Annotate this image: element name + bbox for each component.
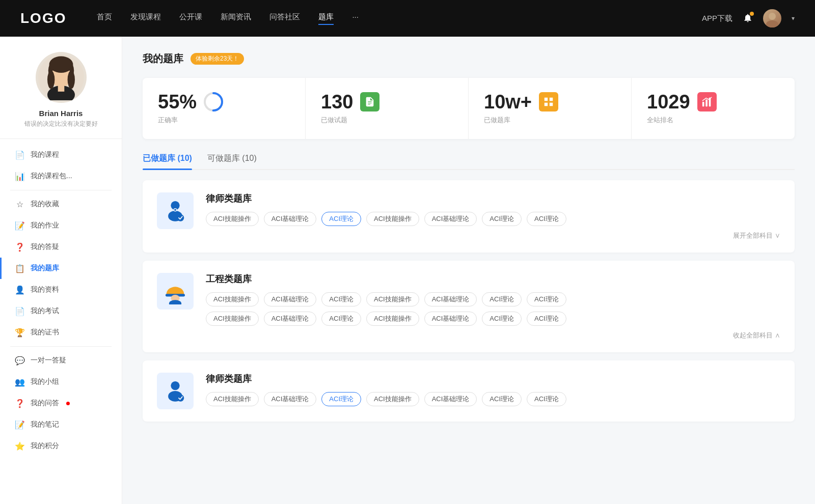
tag-item-active[interactable]: ACI理论 (321, 392, 361, 406)
tag-item[interactable]: ACI基础理论 (264, 292, 317, 306)
trial-badge: 体验剩余23天！ (191, 53, 244, 65)
group-icon: 👥 (15, 377, 24, 386)
nav-news[interactable]: 新闻资讯 (221, 12, 251, 25)
expand-link-1[interactable]: 展开全部科目 ∨ (206, 231, 780, 240)
nav-question-bank[interactable]: 题库 (318, 12, 334, 25)
sidebar-item-label: 我的考试 (31, 306, 59, 316)
svg-point-8 (47, 71, 55, 89)
exam-icon: 📄 (15, 306, 24, 316)
tag-item[interactable]: ACI技能操作 (366, 312, 419, 326)
tab-available-banks[interactable]: 可做题库 (10) (207, 153, 257, 169)
ranking-value: 1029 (647, 92, 690, 111)
qbank-body: 律师类题库 ACI技能操作 ACI基础理论 ACI理论 ACI技能操作 ACI基… (206, 192, 780, 240)
my-qa-icon: ❓ (15, 399, 24, 408)
svg-rect-7 (58, 85, 64, 92)
stat-top: 55% (158, 92, 290, 111)
qbank-card-engineer: 工程类题库 ACI技能操作 ACI基础理论 ACI理论 ACI技能操作 ACI基… (143, 261, 795, 352)
sidebar-item-label: 我的收藏 (31, 200, 59, 209)
tag-item[interactable]: ACI基础理论 (264, 392, 317, 406)
nav-open-course[interactable]: 公开课 (179, 12, 202, 25)
sidebar-item-label: 一对一答疑 (31, 356, 66, 365)
tag-item[interactable]: ACI理论 (482, 312, 522, 326)
tag-item[interactable]: ACI基础理论 (424, 292, 477, 306)
qbank-body: 工程类题库 ACI技能操作 ACI基础理论 ACI理论 ACI技能操作 ACI基… (206, 273, 780, 340)
sidebar-item-homework[interactable]: 📝 我的作业 (0, 215, 122, 236)
nav-right: APP下载 ▾ (702, 9, 795, 27)
sidebar-item-label: 我的证书 (31, 328, 59, 337)
expand-link-2[interactable]: 收起全部科目 ∧ (206, 331, 780, 340)
sidebar-item-question-bank[interactable]: 📋 我的题库 (0, 258, 122, 279)
accuracy-label: 正确率 (158, 116, 290, 125)
tag-item[interactable]: ACI理论 (527, 292, 566, 306)
nav-more[interactable]: ··· (352, 12, 359, 25)
engineer-helmet-icon (162, 278, 188, 304)
done-questions-value: 130 (321, 92, 353, 111)
tag-item-active[interactable]: ACI理论 (321, 212, 361, 226)
sidebar-item-label: 我的题库 (31, 264, 59, 273)
nav-home[interactable]: 首页 (97, 12, 112, 25)
tag-item[interactable]: ACI技能操作 (366, 392, 419, 406)
tag-item[interactable]: ACI基础理论 (264, 312, 317, 326)
tag-item[interactable]: ACI技能操作 (206, 292, 259, 306)
notification-dot (750, 12, 754, 16)
tag-item[interactable]: ACI技能操作 (206, 392, 259, 406)
tag-item[interactable]: ACI技能操作 (366, 292, 419, 306)
sidebar-item-course-package[interactable]: 📊 我的课程包... (0, 165, 122, 187)
sidebar-item-one-on-one[interactable]: 💬 一对一答疑 (0, 350, 122, 371)
homework-icon: 📝 (15, 221, 24, 230)
sidebar-menu: 📄 我的课程 📊 我的课程包... ☆ 我的收藏 📝 我的作业 ❓ 我的答疑 � (0, 144, 122, 457)
tag-item[interactable]: ACI理论 (482, 292, 522, 306)
nav-qa[interactable]: 问答社区 (269, 12, 300, 25)
svg-point-0 (769, 13, 776, 20)
notification-bell[interactable] (743, 13, 753, 24)
tags-row-engineer-2: ACI技能操作 ACI基础理论 ACI理论 ACI技能操作 ACI基础理论 AC… (206, 312, 780, 326)
sidebar-item-notes[interactable]: 📝 我的笔记 (0, 414, 122, 435)
tag-item[interactable]: ACI技能操作 (206, 312, 259, 326)
tag-item[interactable]: ACI理论 (527, 392, 566, 406)
tag-item[interactable]: ACI基础理论 (264, 212, 317, 226)
course-package-icon: 📊 (15, 172, 24, 181)
sidebar-item-profile[interactable]: 👤 我的资料 (0, 279, 122, 300)
tab-done-banks[interactable]: 已做题库 (10) (143, 153, 192, 169)
tag-item[interactable]: ACI理论 (527, 312, 566, 326)
svg-point-5 (49, 57, 73, 73)
tag-item[interactable]: ACI技能操作 (206, 212, 259, 226)
tag-item[interactable]: ACI理论 (482, 392, 522, 406)
lawyer-person-icon-2 (162, 378, 188, 404)
tag-item[interactable]: ACI理论 (321, 312, 361, 326)
avatar[interactable] (763, 9, 781, 27)
avatar-chevron-icon[interactable]: ▾ (792, 15, 795, 22)
qbank-title: 工程类题库 (206, 273, 780, 285)
tags-row-lawyer-1: ACI技能操作 ACI基础理论 ACI理论 ACI技能操作 ACI基础理论 AC… (206, 212, 780, 226)
svg-point-17 (174, 209, 176, 211)
sidebar-item-certificate[interactable]: 🏆 我的证书 (0, 322, 122, 343)
tag-item[interactable]: ACI基础理论 (424, 312, 477, 326)
sidebar-item-group[interactable]: 👥 我的小组 (0, 371, 122, 393)
tag-item[interactable]: ACI理论 (527, 212, 566, 226)
profile-icon: 👤 (15, 285, 24, 294)
main-content: 我的题库 体验剩余23天！ 55% 正确率 (122, 37, 815, 504)
sidebar-item-my-qa[interactable]: ❓ 我的问答 (0, 393, 122, 414)
nav-discover[interactable]: 发现课程 (130, 12, 161, 25)
sidebar-item-points[interactable]: ⭐ 我的积分 (0, 435, 122, 457)
points-icon: ⭐ (15, 441, 24, 451)
qbank-title: 律师类题库 (206, 192, 780, 205)
sidebar-item-qa[interactable]: ❓ 我的答疑 (0, 236, 122, 258)
sidebar-item-favorites[interactable]: ☆ 我的收藏 (0, 193, 122, 215)
sidebar-item-exam[interactable]: 📄 我的考试 (0, 300, 122, 322)
tag-item[interactable]: ACI理论 (321, 292, 361, 306)
stat-top: 1029 (647, 92, 779, 111)
avatar-person-icon (763, 9, 781, 27)
app-download-btn[interactable]: APP下载 (702, 14, 732, 23)
tag-item[interactable]: ACI基础理论 (424, 212, 477, 226)
sidebar-item-my-courses[interactable]: 📄 我的课程 (0, 144, 122, 165)
sidebar-item-label: 我的资料 (31, 285, 59, 294)
tag-item[interactable]: ACI理论 (482, 212, 522, 226)
sidebar-divider-2 (10, 346, 112, 347)
qbank-header: 工程类题库 ACI技能操作 ACI基础理论 ACI理论 ACI技能操作 ACI基… (157, 273, 780, 340)
tag-item[interactable]: ACI基础理论 (424, 392, 477, 406)
tag-item[interactable]: ACI技能操作 (366, 212, 419, 226)
question-bank-icon: 📋 (15, 264, 24, 273)
nav-links: 首页 发现课程 公开课 新闻资讯 问答社区 题库 ··· (97, 12, 702, 25)
profile-avatar-image (38, 54, 84, 100)
